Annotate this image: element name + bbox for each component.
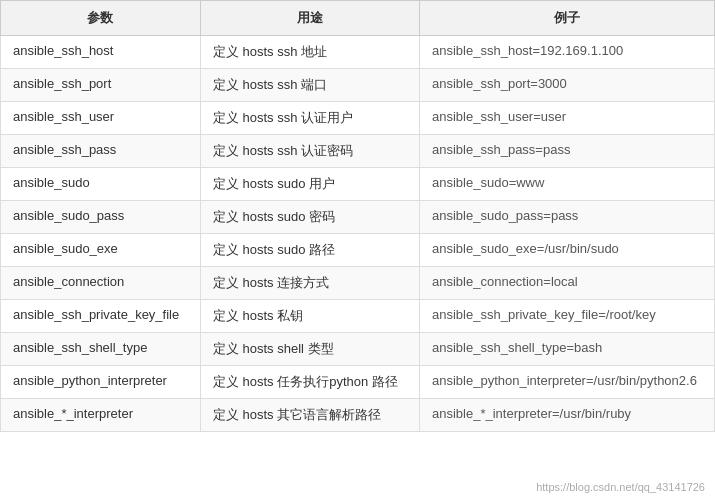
usage-cell: 定义 hosts sudo 路径 xyxy=(200,234,419,267)
usage-cell: 定义 hosts 私钥 xyxy=(200,300,419,333)
example-cell: ansible_python_interpreter=/usr/bin/pyth… xyxy=(420,366,715,399)
param-cell: ansible_ssh_pass xyxy=(1,135,201,168)
param-cell: ansible_ssh_private_key_file xyxy=(1,300,201,333)
example-cell: ansible_connection=local xyxy=(420,267,715,300)
param-cell: ansible_connection xyxy=(1,267,201,300)
param-cell: ansible_ssh_host xyxy=(1,36,201,69)
example-cell: ansible_ssh_private_key_file=/root/key xyxy=(420,300,715,333)
example-cell: ansible_sudo=www xyxy=(420,168,715,201)
table-row: ansible_python_interpreter定义 hosts 任务执行p… xyxy=(1,366,715,399)
example-cell: ansible_sudo_exe=/usr/bin/sudo xyxy=(420,234,715,267)
param-cell: ansible_sudo_exe xyxy=(1,234,201,267)
table-row: ansible_*_interpreter定义 hosts 其它语言解析路径an… xyxy=(1,399,715,432)
example-cell: ansible_ssh_host=192.169.1.100 xyxy=(420,36,715,69)
param-cell: ansible_*_interpreter xyxy=(1,399,201,432)
table-row: ansible_sudo定义 hosts sudo 用户ansible_sudo… xyxy=(1,168,715,201)
usage-cell: 定义 hosts 任务执行python 路径 xyxy=(200,366,419,399)
param-cell: ansible_ssh_user xyxy=(1,102,201,135)
table-row: ansible_sudo_pass定义 hosts sudo 密码ansible… xyxy=(1,201,715,234)
table-row: ansible_sudo_exe定义 hosts sudo 路径ansible_… xyxy=(1,234,715,267)
example-cell: ansible_ssh_pass=pass xyxy=(420,135,715,168)
usage-cell: 定义 hosts shell 类型 xyxy=(200,333,419,366)
usage-cell: 定义 hosts 连接方式 xyxy=(200,267,419,300)
example-cell: ansible_ssh_port=3000 xyxy=(420,69,715,102)
example-cell: ansible_ssh_shell_type=bash xyxy=(420,333,715,366)
table-row: ansible_ssh_private_key_file定义 hosts 私钥a… xyxy=(1,300,715,333)
header-param: 参数 xyxy=(1,1,201,36)
header-example: 例子 xyxy=(420,1,715,36)
header-usage: 用途 xyxy=(200,1,419,36)
example-cell: ansible_sudo_pass=pass xyxy=(420,201,715,234)
table-row: ansible_ssh_user定义 hosts ssh 认证用户ansible… xyxy=(1,102,715,135)
usage-cell: 定义 hosts sudo 用户 xyxy=(200,168,419,201)
watermark: https://blog.csdn.net/qq_43141726 xyxy=(536,481,705,493)
param-cell: ansible_ssh_port xyxy=(1,69,201,102)
table-row: ansible_ssh_shell_type定义 hosts shell 类型a… xyxy=(1,333,715,366)
table-row: ansible_ssh_host定义 hosts ssh 地址ansible_s… xyxy=(1,36,715,69)
example-cell: ansible_ssh_user=user xyxy=(420,102,715,135)
table-row: ansible_ssh_pass定义 hosts ssh 认证密码ansible… xyxy=(1,135,715,168)
usage-cell: 定义 hosts ssh 认证密码 xyxy=(200,135,419,168)
table-row: ansible_connection定义 hosts 连接方式ansible_c… xyxy=(1,267,715,300)
usage-cell: 定义 hosts ssh 端口 xyxy=(200,69,419,102)
usage-cell: 定义 hosts 其它语言解析路径 xyxy=(200,399,419,432)
usage-cell: 定义 hosts ssh 地址 xyxy=(200,36,419,69)
usage-cell: 定义 hosts ssh 认证用户 xyxy=(200,102,419,135)
param-cell: ansible_ssh_shell_type xyxy=(1,333,201,366)
param-cell: ansible_python_interpreter xyxy=(1,366,201,399)
param-cell: ansible_sudo xyxy=(1,168,201,201)
param-cell: ansible_sudo_pass xyxy=(1,201,201,234)
table-row: ansible_ssh_port定义 hosts ssh 端口ansible_s… xyxy=(1,69,715,102)
example-cell: ansible_*_interpreter=/usr/bin/ruby xyxy=(420,399,715,432)
ansible-params-table: 参数 用途 例子 ansible_ssh_host定义 hosts ssh 地址… xyxy=(0,0,715,432)
usage-cell: 定义 hosts sudo 密码 xyxy=(200,201,419,234)
